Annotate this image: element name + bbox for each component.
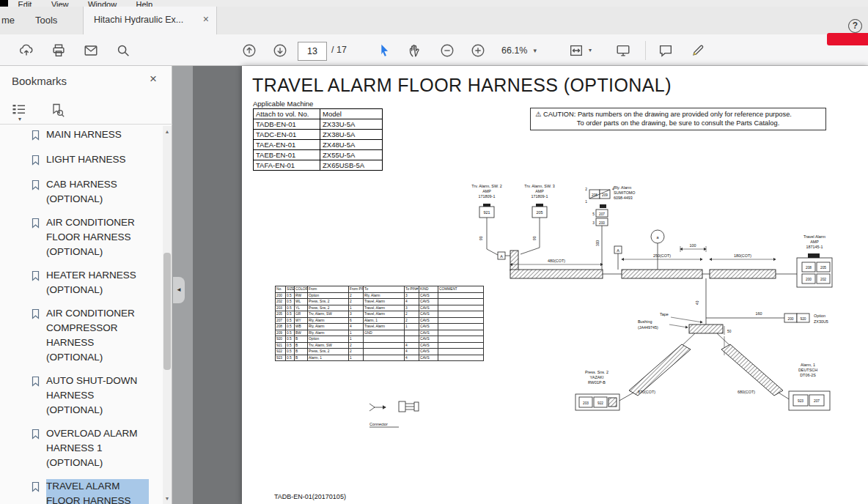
bookmark-label: AUTO SHUT-DOWN HARNESS (OPTIONAL) bbox=[46, 374, 149, 418]
connector-travel-alarm: Travel Alarm AMP 187145-1 208 205 200 20… bbox=[797, 234, 832, 287]
sidebar-bookmark-item[interactable]: AIR CONDITIONER FLOOR HARNESS (OPTIONAL) bbox=[31, 215, 154, 259]
connector-alarm1: Alarm, 1 DEUTSCH DT06-2S 923 207 bbox=[789, 363, 830, 410]
sidebar-bookmark-item[interactable]: AUTO SHUT-DOWN HARNESS (OPTIONAL) bbox=[31, 374, 154, 418]
bookmarks-panel-title: Bookmarks bbox=[12, 75, 67, 87]
menu-edit[interactable]: Edit bbox=[18, 0, 32, 7]
bookmark-icon bbox=[31, 155, 40, 168]
svg-text:300: 300 bbox=[596, 240, 600, 246]
page-number-input[interactable] bbox=[298, 42, 327, 61]
svg-text:200: 200 bbox=[787, 317, 793, 321]
svg-text:Rly. Alarm: Rly. Alarm bbox=[614, 185, 632, 190]
tab-home[interactable]: me bbox=[1, 15, 15, 26]
cloud-upload-button[interactable] bbox=[16, 40, 37, 61]
display-mode-button[interactable] bbox=[613, 40, 633, 61]
svg-text:923: 923 bbox=[798, 399, 803, 403]
svg-text:250(COT): 250(COT) bbox=[653, 253, 671, 258]
connector-legend: Connector bbox=[369, 401, 419, 427]
tab-close-icon[interactable]: × bbox=[203, 13, 209, 25]
tab-bar: me Tools Hitachi Hydraulic Ex... × ? bbox=[0, 7, 868, 34]
zoom-out-button[interactable] bbox=[437, 40, 457, 61]
notification-badge[interactable] bbox=[827, 33, 868, 45]
panel-collapse-button[interactable]: ◄ bbox=[173, 277, 185, 303]
connector-rly-alarm: 208 209 2 4 1 5 207 3 200 Rly. Alarm SUM… bbox=[585, 185, 635, 270]
table-row: 2090.5BWRly, Alarm1GNDCAVS bbox=[276, 330, 484, 336]
svg-text:Trv. Alarm, SW. 2: Trv. Alarm, SW. 2 bbox=[471, 184, 501, 188]
zoom-in-button[interactable] bbox=[468, 40, 488, 61]
svg-text:Option: Option bbox=[814, 314, 825, 318]
column-header: No. bbox=[276, 286, 286, 293]
sidebar-bookmark-item[interactable]: TRAVEL ALARM FLOOR HARNESS (OPTIONAL) bbox=[31, 479, 154, 504]
harness-diagonals: 870(COT) 680(COT) bbox=[618, 344, 790, 401]
column-header: From bbox=[308, 286, 349, 293]
document-footer: TADB-EN-01(20170105) bbox=[274, 493, 346, 500]
svg-text:205: 205 bbox=[537, 210, 543, 215]
connector-trv-alarm-sw3: Trv. Alarm, SW. 3 AMP 171809-1 205 90 bbox=[521, 184, 555, 254]
svg-text:187145-1: 187145-1 bbox=[806, 245, 823, 249]
bookmark-label: OVERLOAD ALARM HARNESS 1 (OPTIONAL) bbox=[46, 426, 149, 470]
svg-text:40: 40 bbox=[696, 300, 699, 305]
tab-tools[interactable]: Tools bbox=[35, 15, 57, 26]
help-icon[interactable]: ? bbox=[848, 19, 862, 33]
svg-text:922: 922 bbox=[597, 401, 603, 405]
menu-view[interactable]: View bbox=[51, 0, 69, 7]
svg-text:RW01P-B: RW01P-B bbox=[588, 380, 606, 385]
svg-text:Alarm, 1: Alarm, 1 bbox=[801, 363, 815, 367]
bookmark-icon bbox=[31, 376, 40, 418]
bookmark-label: HEATER HARNESS (OPTIONAL) bbox=[46, 268, 149, 297]
scroll-down-icon[interactable]: ▼ bbox=[163, 496, 172, 501]
sidebar-bookmark-item[interactable]: AIR CONDITIONER COMPRESSOR HARNESS (OPTI… bbox=[31, 306, 154, 365]
svg-text:2: 2 bbox=[585, 188, 587, 191]
svg-text:200: 200 bbox=[806, 278, 812, 281]
bookmark-label: AIR CONDITIONER COMPRESSOR HARNESS (OPTI… bbox=[46, 306, 149, 365]
column-header: To bbox=[364, 286, 405, 293]
sidebar-bookmark-item[interactable]: HEATER HARNESS (OPTIONAL) bbox=[31, 268, 154, 297]
sidebar-bookmark-item[interactable]: OVERLOAD ALARM HARNESS 1 (OPTIONAL) bbox=[31, 426, 154, 470]
sidebar-bookmark-item[interactable]: LIGHT HARNESS bbox=[31, 152, 154, 168]
svg-text:3: 3 bbox=[592, 221, 595, 225]
table-row: 2070.5WYRly, Alarm6Alarm, 12CAVS bbox=[276, 317, 484, 324]
next-page-button[interactable] bbox=[270, 40, 290, 61]
toolbar-divider bbox=[645, 41, 646, 60]
search-icon[interactable] bbox=[113, 40, 133, 61]
svg-text:480(COT): 480(COT) bbox=[548, 259, 565, 263]
bookmark-options-button[interactable]: ▾ bbox=[10, 101, 29, 129]
comment-button[interactable] bbox=[655, 40, 676, 61]
connector-trv-alarm-sw2: Trv. Alarm, SW. 2 AMP 171809-1 921 90 bbox=[471, 184, 501, 255]
bookmark-search-button[interactable] bbox=[48, 101, 67, 119]
bookmark-label: LIGHT HARNESS bbox=[46, 152, 149, 168]
bookmarks-panel: Bookmarks × ▾ MAIN HARNESSLIGHT HARNESSC… bbox=[0, 66, 172, 504]
tab-document[interactable]: Hitachi Hydraulic Ex... × bbox=[83, 7, 217, 34]
sidebar-bookmark-item[interactable]: CAB HARNESS (OPTIONAL) bbox=[31, 177, 154, 207]
zoom-value: 66.1% bbox=[501, 45, 527, 56]
column-header: KIND bbox=[419, 286, 438, 293]
previous-page-button[interactable] bbox=[239, 40, 260, 61]
table-row: 2050.5GRTrv, Alarm, SW3Travel, Alarm2CAV… bbox=[276, 311, 484, 318]
svg-text:203: 203 bbox=[583, 401, 589, 405]
email-button[interactable] bbox=[81, 40, 101, 61]
menu-window[interactable]: Window bbox=[88, 0, 117, 7]
svg-text:50: 50 bbox=[727, 330, 732, 333]
bookmark-icon bbox=[31, 481, 40, 504]
svg-text:SUMITOMO: SUMITOMO bbox=[614, 190, 636, 195]
hand-tool-button[interactable] bbox=[405, 40, 425, 61]
selection-tool-button[interactable] bbox=[374, 40, 394, 61]
scrollbar-thumb[interactable] bbox=[163, 253, 171, 370]
svg-text:920: 920 bbox=[800, 317, 806, 321]
close-icon[interactable]: × bbox=[150, 72, 157, 86]
print-button[interactable] bbox=[48, 40, 69, 61]
svg-text:160: 160 bbox=[756, 311, 762, 316]
menu-help[interactable]: Help bbox=[136, 0, 153, 7]
pencil-tool-button[interactable] bbox=[688, 40, 708, 61]
sidebar-scrollbar[interactable]: ▲ ▼ bbox=[163, 126, 172, 504]
svg-text:AMP: AMP bbox=[535, 189, 544, 193]
svg-text:YAZAKI: YAZAKI bbox=[590, 375, 604, 379]
window-corner bbox=[0, 0, 8, 7]
sidebar-bookmark-item[interactable]: MAIN HARNESS bbox=[31, 127, 154, 144]
zoom-level[interactable]: 66.1% ▾ bbox=[501, 43, 537, 58]
bookmarks-list: MAIN HARNESSLIGHT HARNESSCAB HARNESS (OP… bbox=[31, 127, 154, 504]
svg-text:5: 5 bbox=[592, 212, 595, 216]
scroll-up-icon[interactable]: ▲ bbox=[163, 129, 172, 134]
column-header: From PIN# bbox=[349, 286, 364, 293]
fit-width-button[interactable]: ▾ bbox=[566, 40, 586, 61]
svg-text:DT06-2S: DT06-2S bbox=[800, 373, 816, 377]
